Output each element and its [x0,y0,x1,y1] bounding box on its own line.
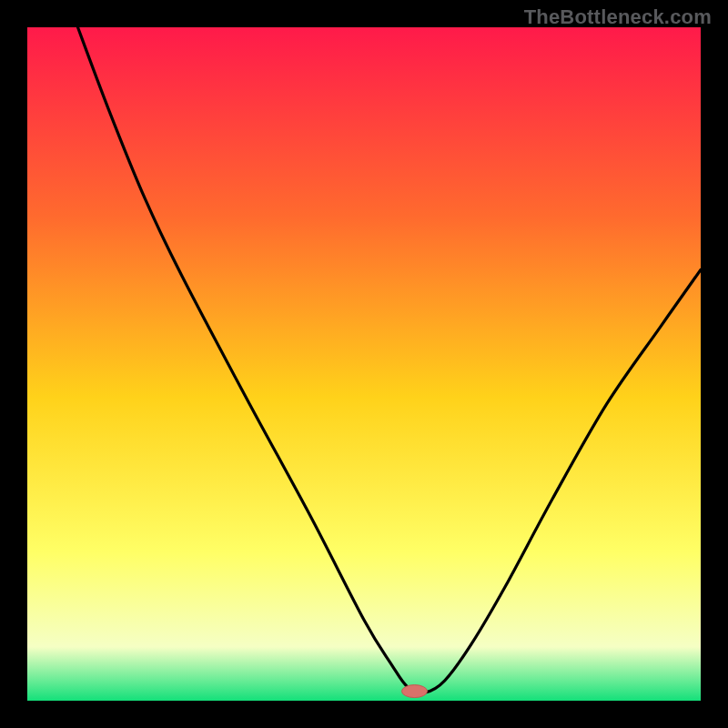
plot-area [27,27,701,701]
bottleneck-chart [27,27,701,701]
optimal-point-marker [402,685,428,698]
chart-frame: TheBottleneck.com [0,0,728,728]
gradient-background [27,27,701,701]
watermark-label: TheBottleneck.com [524,5,712,29]
